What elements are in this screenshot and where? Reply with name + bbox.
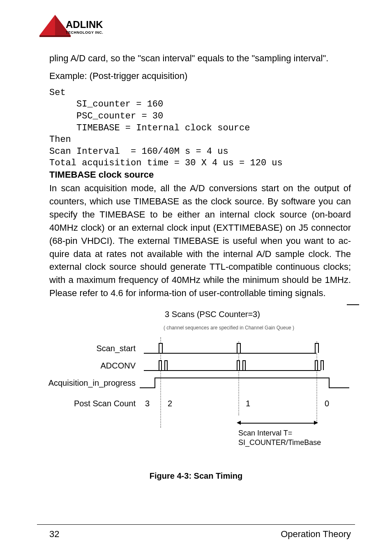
dash-right <box>347 304 359 305</box>
arrow-left-icon <box>237 421 241 425</box>
line-adconv <box>144 370 321 371</box>
adconv-p3a <box>315 360 318 370</box>
section-name: Operation Theory <box>281 529 351 540</box>
adconv-p3b <box>321 360 324 370</box>
scan-interval-label: Scan Interval T= SI_COUNTER/TimeBase <box>238 429 321 448</box>
label-acq: Acquisition_in_progress <box>37 378 136 388</box>
arrow-right-icon <box>314 421 318 425</box>
acq-fall <box>329 378 330 388</box>
heading-timebase: TIMEBASE clock source <box>49 169 355 180</box>
count-3: 3 <box>145 399 150 408</box>
line-scan-start <box>144 353 316 354</box>
acq-low-post <box>329 387 349 388</box>
paragraph-timebase: In scan acquisition mode, all the A/D co… <box>49 182 351 300</box>
logo-svg: ADLINK TECHNOLOGY INC. <box>37 12 115 39</box>
adlink-logo: ADLINK TECHNOLOGY INC. <box>37 12 355 39</box>
diagram-subtitle: ( channel sequences are specified in Cha… <box>103 325 355 331</box>
adconv-p2a <box>237 360 240 370</box>
vguide-3 <box>316 341 317 424</box>
pulse-scan-1 <box>159 343 163 353</box>
example-label: Example: (Post-trigger acquisition) <box>49 71 355 81</box>
adconv-p1a <box>159 360 162 370</box>
acq-low-pre <box>140 387 154 388</box>
page-footer: 32 Operation Theory <box>37 524 355 540</box>
page-number: 32 <box>49 529 59 540</box>
acq-high <box>154 378 329 378</box>
document-page: ADLINK TECHNOLOGY INC. pling A/D card, s… <box>0 0 392 556</box>
adconv-p1b <box>164 360 168 370</box>
timing-diagram: 3 Scans (PSC Counter=3) ( channel sequen… <box>37 310 355 481</box>
svg-rect-2 <box>39 35 71 37</box>
adconv-p2b <box>242 360 246 370</box>
label-adconv: ADCONV <box>37 361 136 371</box>
code-block: Set SI_counter = 160 PSC_counter = 30 TI… <box>49 87 355 169</box>
paragraph-continuation: pling A/D card, so the "scan interval" e… <box>49 52 351 65</box>
diagram-title: 3 Scans (PSC Counter=3) <box>70 310 355 319</box>
logo-brand-bottom: TECHNOLOGY INC. <box>66 30 103 35</box>
acq-rise <box>154 378 155 388</box>
count-2: 2 <box>168 399 172 408</box>
pulse-scan-3 <box>315 343 319 353</box>
svg-marker-0 <box>39 15 55 35</box>
label-postscan: Post Scan Count <box>37 399 136 408</box>
pulse-scan-2 <box>237 343 241 353</box>
scan-interval-arrow <box>238 423 316 424</box>
logo-brand-top: ADLINK <box>66 19 103 30</box>
count-1: 1 <box>246 399 250 408</box>
count-0: 0 <box>325 399 329 408</box>
figure-caption: Figure 4-3: Scan Timing <box>37 471 355 481</box>
label-scan-start: Scan_start <box>37 344 136 353</box>
timing-area: Scan_start ADCONV Acquisition_in_progres… <box>37 337 355 456</box>
